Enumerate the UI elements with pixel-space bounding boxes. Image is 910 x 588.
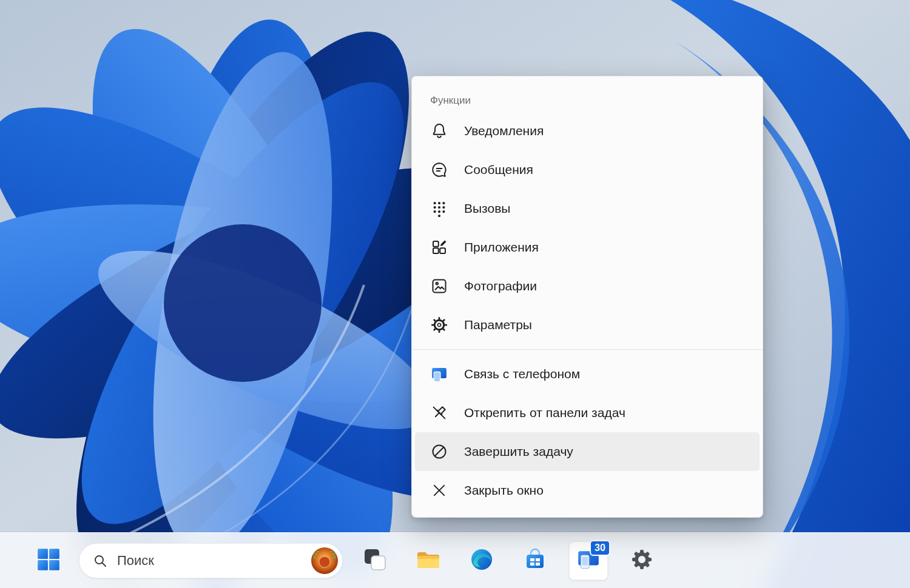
apps-pen-icon [430, 238, 448, 256]
folder-icon [415, 547, 442, 573]
settings-gear-icon [630, 547, 654, 573]
search-input[interactable] [117, 553, 311, 569]
menu-item-label: Фотографии [464, 279, 537, 293]
menu-item-label: Закрыть окно [464, 483, 544, 498]
taskbar-edge-button[interactable] [462, 541, 501, 580]
bell-icon [430, 122, 448, 140]
menu-item-close-window[interactable]: Закрыть окно [415, 471, 760, 510]
taskbar-task-view-button[interactable] [356, 541, 394, 580]
menu-item-unpin[interactable]: Открепить от панели задач [415, 393, 760, 432]
taskbar-store-button[interactable] [516, 541, 554, 580]
phone-link-jumplist-menu: Функции Уведомления Сообщения [411, 76, 763, 518]
store-bag-icon [523, 547, 547, 573]
chat-bubble-icon [430, 161, 448, 179]
photo-icon [430, 277, 448, 295]
menu-item-phone-link-app[interactable]: Связь с телефоном [415, 355, 760, 393]
taskbar-app-icons: 30 [356, 533, 661, 588]
menu-section-header: Функции [412, 82, 763, 112]
windows-logo-icon [36, 547, 61, 574]
close-icon [430, 481, 448, 499]
menu-item-label: Завершить задачу [464, 444, 573, 459]
menu-item-messages[interactable]: Сообщения [415, 150, 760, 189]
menu-item-label: Сообщения [464, 162, 533, 177]
start-button[interactable] [30, 543, 67, 579]
search-daily-image[interactable] [311, 547, 339, 575]
taskbar-phone-link-button[interactable]: 30 [569, 541, 608, 580]
task-view-icon [363, 547, 387, 573]
menu-item-label: Связь с телефоном [464, 367, 580, 381]
menu-item-settings[interactable]: Параметры [415, 306, 760, 344]
menu-item-calls[interactable]: Вызовы [415, 189, 760, 228]
phone-link-app-icon [430, 365, 448, 383]
menu-item-label: Уведомления [464, 124, 544, 138]
taskbar-settings-button[interactable] [622, 541, 661, 580]
edge-browser-icon [470, 547, 494, 573]
menu-item-label: Приложения [464, 240, 539, 255]
notification-badge: 30 [590, 540, 610, 556]
end-task-icon [430, 443, 448, 461]
taskbar-search[interactable] [79, 543, 343, 578]
unpin-icon [430, 404, 448, 422]
menu-item-label: Открепить от панели задач [464, 406, 625, 420]
menu-item-notifications[interactable]: Уведомления [415, 112, 760, 150]
menu-divider [412, 349, 763, 350]
menu-item-apps[interactable]: Приложения [415, 228, 760, 267]
search-icon [93, 553, 107, 568]
menu-item-end-task[interactable]: Завершить задачу [415, 432, 760, 471]
gear-outline-icon [430, 316, 448, 334]
dialpad-icon [430, 199, 448, 218]
taskbar-file-explorer-button[interactable] [409, 541, 448, 580]
menu-item-photos[interactable]: Фотографии [415, 267, 760, 306]
menu-item-label: Параметры [464, 318, 532, 332]
taskbar: 30 [0, 532, 910, 588]
menu-item-label: Вызовы [464, 201, 510, 216]
